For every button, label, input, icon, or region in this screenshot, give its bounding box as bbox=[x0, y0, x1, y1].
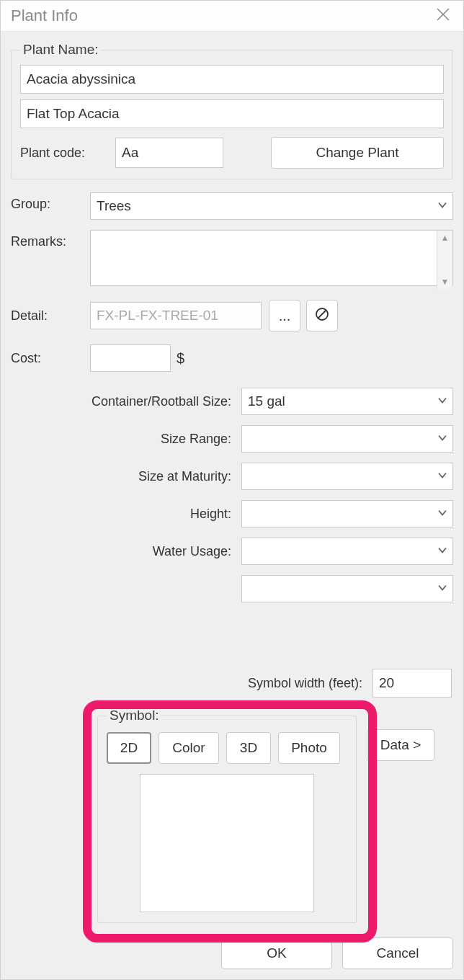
cost-input[interactable] bbox=[90, 344, 171, 372]
cost-label: Cost: bbox=[11, 351, 90, 366]
symbol-group: Symbol: 2D Color 3D Photo bbox=[97, 708, 357, 923]
plant-info-dialog: Plant Info Plant Name: Plant code: Chang… bbox=[0, 0, 464, 980]
plant-name-group: Plant Name: Plant code: Change Plant bbox=[11, 42, 453, 179]
plant-name-legend: Plant Name: bbox=[20, 42, 102, 58]
ok-button[interactable]: OK bbox=[221, 937, 332, 969]
symbol-tab-2d[interactable]: 2D bbox=[107, 732, 151, 764]
close-button[interactable] bbox=[430, 3, 456, 29]
dialog-footer: OK Cancel bbox=[1, 930, 463, 979]
symbol-width-input[interactable] bbox=[372, 669, 452, 698]
detail-input bbox=[90, 302, 262, 329]
plant-code-input[interactable] bbox=[115, 138, 223, 168]
symbol-tab-3d[interactable]: 3D bbox=[226, 732, 271, 764]
group-select[interactable] bbox=[90, 192, 453, 220]
remarks-scroll[interactable]: ▲ ▼ bbox=[437, 231, 452, 289]
symbol-width-label: Symbol width (feet): bbox=[248, 676, 362, 691]
height-select[interactable] bbox=[241, 500, 453, 527]
plant-code-label: Plant code: bbox=[20, 146, 105, 161]
detail-clear-button[interactable] bbox=[306, 300, 338, 331]
arrow-down-icon: ▼ bbox=[441, 277, 450, 286]
extra-select[interactable] bbox=[241, 575, 453, 602]
dialog-body: Plant Name: Plant code: Change Plant Gro… bbox=[1, 32, 463, 930]
close-icon bbox=[436, 7, 450, 25]
cancel-button[interactable]: Cancel bbox=[342, 937, 453, 969]
detail-browse-button[interactable]: ... bbox=[269, 300, 300, 331]
symbol-tab-color[interactable]: Color bbox=[159, 732, 219, 764]
scientific-name-input[interactable] bbox=[20, 65, 444, 94]
symbol-legend: Symbol: bbox=[107, 708, 162, 723]
common-name-input[interactable] bbox=[20, 99, 444, 128]
symbol-tab-photo[interactable]: Photo bbox=[278, 732, 340, 764]
remarks-input[interactable] bbox=[90, 230, 453, 286]
symbol-preview[interactable] bbox=[140, 774, 314, 912]
size-range-select[interactable] bbox=[241, 425, 453, 453]
no-entry-icon bbox=[315, 307, 329, 325]
water-usage-select[interactable] bbox=[241, 538, 453, 565]
svg-line-3 bbox=[318, 310, 326, 318]
size-maturity-select[interactable] bbox=[241, 463, 453, 490]
height-label: Height: bbox=[11, 507, 241, 522]
symbol-section-wrap: Symbol: 2D Color 3D Photo Data > bbox=[11, 705, 453, 923]
change-plant-button[interactable]: Change Plant bbox=[271, 137, 444, 169]
arrow-up-icon: ▲ bbox=[441, 233, 450, 242]
container-size-select[interactable] bbox=[241, 388, 453, 415]
container-size-label: Container/Rootball Size: bbox=[11, 394, 241, 409]
data-button[interactable]: Data > bbox=[367, 729, 434, 761]
size-range-label: Size Range: bbox=[11, 432, 241, 447]
cost-suffix: $ bbox=[177, 350, 184, 367]
size-maturity-label: Size at Maturity: bbox=[11, 469, 241, 484]
water-usage-label: Water Usage: bbox=[11, 544, 241, 559]
detail-label: Detail: bbox=[11, 308, 90, 324]
group-label: Group: bbox=[11, 192, 90, 212]
remarks-label: Remarks: bbox=[11, 230, 90, 249]
titlebar: Plant Info bbox=[1, 1, 463, 32]
window-title: Plant Info bbox=[11, 6, 78, 25]
